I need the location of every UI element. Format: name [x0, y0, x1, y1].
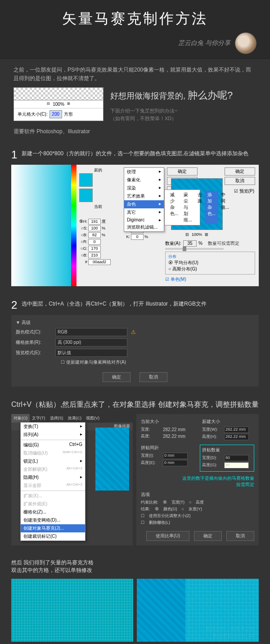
- hex-input[interactable]: 00aad2: [88, 259, 111, 265]
- preview-mode-select[interactable]: 默认值: [55, 349, 127, 357]
- sub-text-2: （如有雷同，不胜荣幸！XD）: [110, 115, 256, 123]
- sub-text-1: 下面介绍一下兔芷想到的办法~: [110, 107, 256, 115]
- b-input[interactable]: 210: [88, 252, 101, 258]
- result-mosaic-left: [11, 579, 133, 642]
- cell-size-label: 单元格大小(C):: [18, 111, 48, 118]
- hue-input[interactable]: 191: [88, 219, 101, 225]
- use-ratio-button[interactable]: 使用比率(U): [146, 531, 189, 541]
- question-text: 好想用做海报背景的, 肿么办呢?: [110, 87, 256, 103]
- result-mosaic-right: 取消选中，看看和之前杂色图层的对比 XD: [137, 579, 259, 642]
- noise-ok[interactable]: 确定: [225, 167, 255, 176]
- result-text: 然后 我们得到了矢量的马赛克方格双击其中的方格，还可以单独修改: [11, 559, 259, 574]
- gap-w-input[interactable]: 0 mm: [163, 453, 188, 459]
- step-1-number: 1: [11, 149, 17, 160]
- ai-object-menu-screenshot: 对象(O) 文字(T) 选择(S) 效果(C) 视图(V) 图像描摹 变换(T)…: [11, 414, 133, 545]
- amount-input[interactable]: 35: [183, 240, 197, 247]
- cell-size-input[interactable]: 200: [50, 110, 62, 118]
- author-signature: 芷云白兔 与你分享: [178, 39, 230, 47]
- zoom-in-icon[interactable]: ⊞: [67, 101, 70, 107]
- preview-checkbox[interactable]: ☑ 预览(P): [234, 188, 254, 194]
- warning-icon: ⚠: [131, 329, 136, 335]
- align-checkbox[interactable]: ☐ 使新建对象与像素网格对齐(A): [61, 359, 254, 365]
- gap-h-input[interactable]: 0 mm: [163, 460, 188, 466]
- zoom-out-icon[interactable]: ⊟: [47, 101, 50, 107]
- step-2-number: 2: [11, 300, 17, 311]
- avatar: [235, 32, 256, 54]
- requirements: 需要软件 Photoshop、Illustrator: [14, 127, 256, 136]
- mosaic-cancel-button[interactable]: 取消: [226, 531, 254, 541]
- raster-select[interactable]: 高 (300 ppi): [55, 338, 127, 347]
- ai-cancel-button[interactable]: 取消: [140, 372, 167, 382]
- sat-input[interactable]: 100: [88, 225, 101, 231]
- noise-cancel[interactable]: 取消: [225, 177, 255, 185]
- ai-ok-button[interactable]: 确定: [103, 372, 130, 382]
- count-w-input[interactable]: 80: [224, 455, 249, 461]
- color-mode-select[interactable]: RGB: [55, 328, 127, 336]
- intro-paragraph: 之前，一位朋友提问，PS中的马赛克效果最大只能200像素一格，就算用最大值，效果…: [14, 66, 256, 83]
- mosaic-dialog: 当前大小 宽度:282.22 mm 高度:282.22 mm 新建大小 宽度(W…: [136, 414, 259, 545]
- ok-button[interactable]: 确定: [167, 167, 198, 176]
- filter-menu[interactable]: 纹理 ▸ 像素化 ▸ 渲染▸ 艺术效果 ▸ 杂色▸ 其它 ▸ Digimarc▸…: [124, 167, 164, 232]
- bri-input[interactable]: 82: [88, 232, 101, 238]
- step-2-screenshot: ▼ 高级 颜色模式(C):RGB⚠ 栅格效果(R):高 (300 ppi) 预览…: [11, 315, 259, 387]
- mosaic-ok-button[interactable]: 确定: [194, 531, 222, 541]
- ps-mosaic-dialog-snippet: ⊟100%⊞ 单元格大小(C): 200 方形: [14, 87, 104, 121]
- new-height-input[interactable]: 282.22 mm: [224, 434, 249, 440]
- object-menu-dropdown[interactable]: 变换(T)▸ 排列(A)▸ 编组(G)Ctrl+G 取消编组(U)Shift+C…: [20, 422, 86, 541]
- tile-count-note: 这里的数字是横向纵向的马赛格数量按需而定: [141, 475, 254, 488]
- step-2-text: 选中图层，Ctrl+A（全选）再Ctrl+C（复制），打开 Illustrato…: [22, 300, 207, 311]
- step-1-text: 新建一个800*800（方的就行）的文件，选一个想要的颜色填充图层,在滤镜菜单中…: [22, 149, 248, 160]
- result-caption: 取消选中，看看和之前杂色图层的对比 XD: [206, 626, 255, 639]
- step-1-screenshot: 新的 当前 ⦿H:191度 ○S:100% ○B:82% ○R:0 ○G:170…: [11, 165, 259, 286]
- new-width-input[interactable]: 282.22 mm: [224, 427, 249, 433]
- cell-size-unit: 方形: [64, 111, 73, 118]
- r-input[interactable]: 0: [88, 239, 101, 245]
- step-3-text: Ctrl+V（粘贴）,然后重点来了，在对象里选择 创建对象马赛克，调整拼贴数量: [11, 400, 259, 410]
- noise-submenu[interactable]: 减少杂色... 蒙尘与划痕... 去斑 添加杂色... 中间值...: [164, 189, 200, 225]
- tile-count-highlight: 拼贴数量 宽度(D):80 高度(G):80: [200, 445, 254, 472]
- page-title: 矢量马赛克制作方法: [14, 9, 256, 29]
- count-h-input[interactable]: 80: [224, 462, 249, 468]
- g-input[interactable]: 170: [88, 246, 101, 252]
